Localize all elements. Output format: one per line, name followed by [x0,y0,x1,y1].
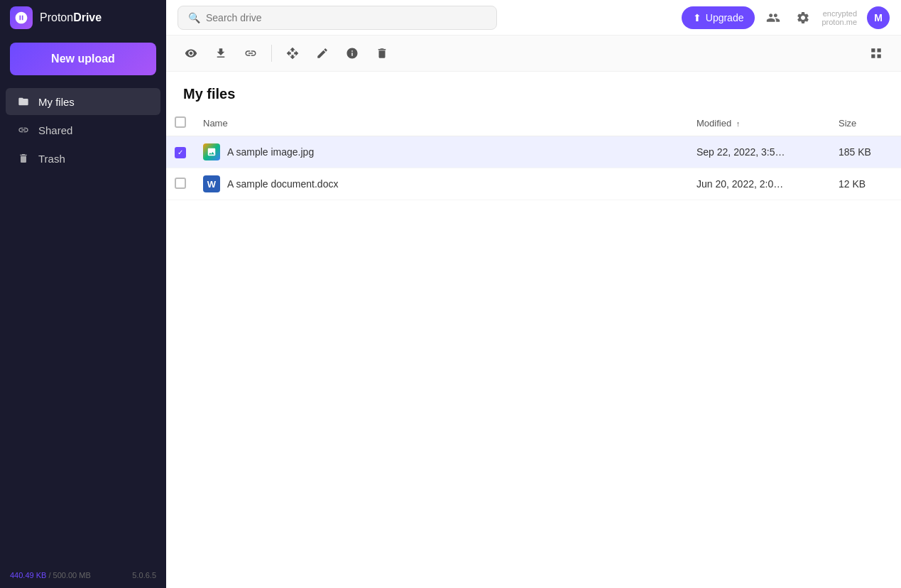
settings-button[interactable] [792,6,814,29]
file-table-header: Name Modified ↑ Size [166,111,901,136]
avatar[interactable]: M [867,6,890,29]
toolbar-right [863,41,890,65]
sidebar-item-trash[interactable]: Trash [6,145,160,172]
sidebar-nav: My files Shared Trash [0,82,166,178]
storage-total: 500.00 MB [53,571,91,579]
download-button[interactable] [207,41,234,65]
topbar-right: ⬆ Upgrade encrypted proton.me M [682,6,890,29]
sidebar-header: ProtonDrive [0,0,166,36]
sidebar-item-trash-label: Trash [38,153,65,165]
file-size: 12 KB [830,168,901,200]
new-upload-button[interactable]: New upload [10,43,156,75]
get-link-button[interactable] [237,41,264,65]
move-button[interactable] [279,41,306,65]
table-row[interactable]: A sample image.jpg Sep 22, 2022, 3:5… 18… [166,136,901,168]
file-name: A sample document.docx [227,178,338,190]
details-button[interactable] [339,41,366,65]
preview-button[interactable] [178,41,204,65]
file-table: Name Modified ↑ Size [166,111,901,200]
file-icon-word: W [203,175,220,192]
table-row[interactable]: W A sample document.docx Jun 20, 2022, 2… [166,168,901,200]
user-info: encrypted proton.me [821,9,857,26]
view-toggle-button[interactable] [863,41,890,65]
search-icon: 🔍 [188,12,200,23]
toolbar-divider [271,45,272,62]
row-checkbox[interactable] [175,178,186,189]
select-all-header[interactable] [166,111,195,136]
logo-icon [10,6,33,29]
upgrade-label: Upgrade [706,12,744,23]
search-input[interactable] [206,12,486,23]
size-column-header[interactable]: Size [830,111,901,136]
main-content: 🔍 ⬆ Upgrade encrypted proton.me M [166,0,901,588]
row-checkbox-cell[interactable] [166,168,195,200]
select-all-checkbox[interactable] [175,116,186,128]
storage-used: 440.49 KB [10,571,46,579]
search-box[interactable]: 🔍 [178,6,497,30]
rename-button[interactable] [309,41,336,65]
upgrade-icon: ⬆ [693,12,701,23]
file-size: 185 KB [830,136,901,168]
sidebar-item-my-files-label: My files [38,96,75,108]
topbar: 🔍 ⬆ Upgrade encrypted proton.me M [166,0,901,36]
storage-info: 440.49 KB / 500.00 MB [10,571,91,579]
sidebar-item-my-files[interactable]: My files [6,88,160,115]
sidebar: ProtonDrive New upload My files Shared T… [0,0,166,588]
trash-icon [17,152,30,165]
file-name-cell[interactable]: W A sample document.docx [195,168,688,200]
sidebar-item-shared-label: Shared [38,124,72,136]
name-column-header[interactable]: Name [195,111,688,136]
app-version: 5.0.6.5 [132,571,156,579]
contacts-button[interactable] [762,6,785,29]
sort-arrow-icon: ↑ [736,119,741,128]
modified-column-header[interactable]: Modified ↑ [688,111,830,136]
app-name: ProtonDrive [40,11,102,24]
file-name-cell[interactable]: A sample image.jpg [195,136,688,168]
sidebar-footer: 440.49 KB / 500.00 MB 5.0.6.5 [0,562,166,588]
file-toolbar [166,36,901,72]
page-title: My files [166,72,901,111]
delete-button[interactable] [368,41,395,65]
link-icon [17,124,30,136]
upgrade-button[interactable]: ⬆ Upgrade [682,6,755,29]
file-list-area: My files Name Modified ↑ Size [166,72,901,588]
drive-icon [17,95,30,108]
file-icon-image [203,143,220,160]
user-email-line1: encrypted [823,9,857,18]
sidebar-item-shared[interactable]: Shared [6,116,160,143]
row-checkbox[interactable] [175,147,186,158]
file-table-body: A sample image.jpg Sep 22, 2022, 3:5… 18… [166,136,901,200]
row-checkbox-cell[interactable] [166,136,195,168]
file-modified: Sep 22, 2022, 3:5… [688,136,830,168]
user-email-line2: proton.me [821,18,857,26]
file-modified: Jun 20, 2022, 2:0… [688,168,830,200]
file-name: A sample image.jpg [227,146,314,158]
